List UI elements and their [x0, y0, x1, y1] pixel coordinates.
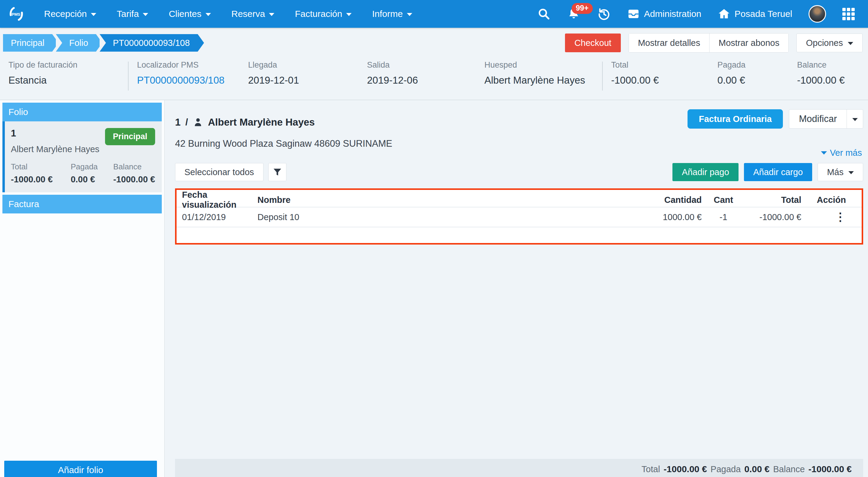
breadcrumb: Principal Folio PT0000000093/108 [3, 34, 201, 52]
chevron-down-icon [407, 13, 412, 16]
ver-mas-link[interactable]: Ver más [821, 148, 862, 158]
chevron-down-icon [346, 13, 351, 16]
localizador-link[interactable]: PT0000000093/108 [137, 74, 248, 86]
menu-label: Tarifa [117, 9, 139, 19]
cell-fecha: 01/12/2019 [182, 212, 257, 222]
field-label: Llegada [248, 60, 367, 70]
principal-badge: Principal [105, 128, 155, 145]
folio-balance: Balance -1000.00 € [113, 162, 155, 184]
add-charge-button[interactable]: Añadir cargo [744, 163, 812, 181]
footer-balance-value: -1000.00 € [809, 464, 852, 474]
opciones-dropdown-button[interactable]: Opciones [797, 33, 863, 52]
field-label: Total [611, 60, 717, 70]
charges-table-highlight: Fecha visualización Nombre Cantidad Cant… [175, 188, 863, 244]
menu-reserva[interactable]: Reserva [222, 0, 284, 28]
footer-total-value: -1000.00 € [664, 464, 707, 474]
field-label: Huesped [485, 60, 598, 70]
top-navbar: PMS Recepción Tarifa Clientes Reserva Fa… [0, 0, 868, 28]
chevron-down-icon [852, 118, 858, 121]
guest-address: 42 Burning Wood Plaza Saginaw 48609 SURI… [175, 138, 863, 149]
col-nombre: Nombre [257, 195, 633, 205]
cell-action: ⋮ [805, 211, 856, 223]
mostrar-detalles-button[interactable]: Mostrar detalles [629, 33, 709, 52]
mas-dropdown-button[interactable]: Más [817, 163, 863, 181]
add-payment-button[interactable]: Añadir pago [673, 163, 738, 181]
pms-logo-icon[interactable]: PMS [4, 2, 28, 26]
menu-facturacion[interactable]: Facturación [286, 0, 361, 28]
content: Folio 1 Principal Albert Marylène Hayes … [0, 100, 868, 477]
modificar-dropdown-toggle[interactable] [846, 110, 863, 128]
user-avatar[interactable] [803, 0, 832, 28]
field-label: Salida [367, 60, 485, 70]
menu-tarifa[interactable]: Tarifa [108, 0, 157, 28]
field-pagada: Pagada 0.00 € [717, 60, 797, 86]
field-label: Pagada [717, 60, 797, 70]
cell-cant: -1 [705, 212, 742, 222]
menu-recepcion[interactable]: Recepción [35, 0, 105, 28]
menu-informe[interactable]: Informe [363, 0, 421, 28]
chevron-down-icon [269, 13, 274, 16]
sidebar-section-factura[interactable]: Factura [2, 195, 162, 213]
menu-clientes[interactable]: Clientes [160, 0, 220, 28]
property-label: Posada Teruel [735, 9, 792, 19]
add-folio-button[interactable]: Añadir folio [4, 461, 157, 477]
notifications-bell-icon[interactable]: 99+ [561, 0, 587, 28]
reservation-info-row: Tipo de facturación Estancia Localizador… [0, 56, 868, 100]
chevron-down-icon [91, 13, 96, 16]
field-label: Balance [797, 60, 845, 70]
mostrar-abonos-button[interactable]: Mostrar abonos [709, 33, 788, 52]
breadcrumb-folio[interactable]: Folio [56, 34, 96, 52]
history-icon[interactable] [591, 0, 617, 28]
factura-ordinaria-button[interactable]: Factura Ordinaria [687, 109, 783, 129]
breadcrumb-principal[interactable]: Principal [3, 34, 52, 52]
field-value: -1000.00 € [611, 74, 717, 86]
guest-name: Albert Marylène Hayes [208, 117, 315, 128]
table-row: 01/12/2019 Deposit 10 1000.00 € -1 -1000… [177, 207, 862, 227]
col-cant: Cant [705, 195, 742, 205]
filter-funnel-icon [272, 167, 282, 177]
field-value: 0.00 € [717, 74, 797, 86]
folio-pagada: Pagada 0.00 € [71, 162, 113, 184]
field-value: Estancia [8, 74, 120, 86]
row-actions-kebab-icon[interactable]: ⋮ [835, 211, 846, 223]
search-icon[interactable] [531, 0, 557, 28]
cell-cantidad: 1000.00 € [633, 212, 705, 222]
col-accion: Acción [805, 195, 856, 205]
opciones-label: Opciones [806, 38, 843, 48]
guest-number: 1 [175, 117, 181, 128]
table-toolbar: Seleccionar todos Añadir pago Añadir car… [175, 163, 863, 181]
folio-stats: Total -1000.00 € Pagada 0.00 € Balance -… [11, 162, 155, 184]
select-all-button[interactable]: Seleccionar todos [175, 163, 264, 181]
chevron-down-icon [821, 151, 827, 155]
folio-card[interactable]: 1 Principal Albert Marylène Hayes Total … [2, 121, 162, 192]
show-buttons-group: Mostrar detalles Mostrar abonos [629, 33, 789, 53]
main-panel: 1 / Albert Marylène Hayes 42 Burning Woo… [165, 100, 868, 477]
menu-label: Informe [372, 9, 403, 19]
breadcrumb-current[interactable]: PT0000000093/108 [100, 34, 198, 52]
modificar-button[interactable]: Modificar [789, 110, 846, 128]
folio-guest-name: Albert Marylène Hayes [11, 144, 155, 154]
property-link[interactable]: Posada Teruel [712, 0, 798, 28]
breadcrumb-bar: Principal Folio PT0000000093/108 Checkou… [0, 28, 868, 56]
totals-footer: Total -1000.00 € Pagada 0.00 € Balance -… [175, 459, 863, 477]
field-value: 2019-12-01 [248, 74, 367, 86]
header-actions: Checkout Mostrar detalles Mostrar abonos… [565, 33, 863, 53]
administration-link[interactable]: Administration [621, 0, 707, 28]
field-value: Albert Marylène Hayes [485, 74, 598, 86]
menu-label: Reserva [231, 9, 265, 19]
ver-mas-label: Ver más [830, 148, 862, 158]
checkout-button[interactable]: Checkout [565, 33, 621, 52]
field-value: -1000.00 € [797, 74, 845, 86]
chevron-down-icon [143, 13, 148, 16]
col-cantidad: Cantidad [633, 195, 705, 205]
sidebar-section-folio[interactable]: Folio [2, 102, 162, 121]
inbox-icon [627, 7, 640, 20]
apps-grid-icon[interactable] [836, 0, 861, 28]
field-total: Total -1000.00 € [611, 60, 717, 86]
field-llegada: Llegada 2019-12-01 [248, 60, 367, 86]
field-salida: Salida 2019-12-06 [367, 60, 485, 86]
chevron-down-icon [848, 171, 854, 174]
col-fecha-visualizacion: Fecha visualización [182, 190, 257, 210]
notifications-badge: 99+ [571, 3, 593, 14]
filter-button[interactable] [268, 163, 286, 181]
